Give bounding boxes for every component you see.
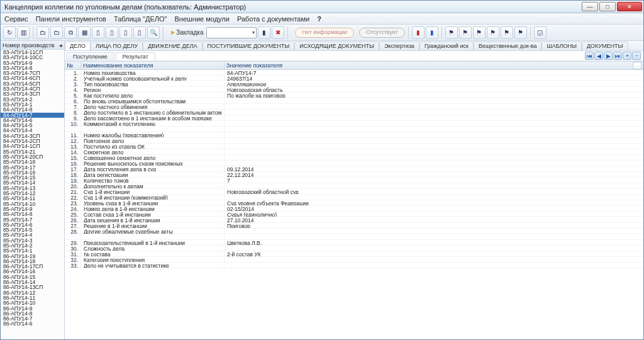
sidebar-item[interactable]: 86-АПУ14-10: [1, 300, 64, 305]
cell-value[interactable]: По жалобе на приговор: [225, 93, 643, 98]
grid-row[interactable]: 26.Дата решения в 1-й инстанции27.10.201…: [65, 217, 643, 223]
sidebar-item[interactable]: 83-АПУ14-9: [1, 60, 64, 65]
sidebar-item[interactable]: 83-АПУ14-7СП: [1, 71, 64, 76]
sidebar-item[interactable]: 85-АПУ14-12: [1, 191, 64, 196]
grid-row[interactable]: 8.Дело поступило в 1 инстанцию с обвинит…: [65, 110, 643, 115]
cell-value[interactable]: [225, 195, 643, 200]
tool-bookmark-save-icon[interactable]: ▮: [258, 26, 270, 39]
sidebar-item[interactable]: 86-АПУ14-18: [1, 259, 64, 264]
sidebar-item[interactable]: 83-АПУ14-1: [1, 102, 64, 107]
cell-value[interactable]: [225, 229, 643, 234]
sidebar-item[interactable]: 85-АПУ14-7: [1, 217, 64, 222]
grid-row[interactable]: 30.Сложность дела: [65, 246, 643, 251]
sidebar-item[interactable]: 85-АПУ14-16: [1, 170, 64, 175]
sidebar-item[interactable]: 84-АПУ14-2СП: [1, 139, 64, 144]
tool-f1-icon[interactable]: ⚑: [445, 26, 458, 39]
cell-value[interactable]: [225, 98, 643, 103]
cell-value[interactable]: 22.12.2014: [225, 172, 643, 177]
grid-row[interactable]: 28.Другие обжалуемые судебные акты: [65, 229, 643, 234]
sidebar-item[interactable]: 86-АПУ14-11: [1, 295, 64, 300]
sidebar-item[interactable]: 85-АПУ14-20СП: [1, 154, 64, 159]
grid-row[interactable]: [65, 234, 643, 240]
cell-value[interactable]: Суд уровня субъекта Федерации: [225, 200, 643, 205]
sidebar-item[interactable]: 84-АПУ14-1СП: [1, 144, 64, 149]
menu-table[interactable]: Таблица "ДЕЛО": [114, 15, 167, 23]
col-header-value[interactable]: Значение показателя …: [225, 62, 643, 69]
cell-value[interactable]: Судья (единолично): [225, 212, 643, 217]
cell-value[interactable]: [225, 138, 643, 143]
cell-value[interactable]: [225, 121, 643, 126]
nav-first-icon[interactable]: ⏮: [585, 52, 594, 60]
tool-bookmark-del-icon[interactable]: ✖: [272, 26, 284, 39]
sidebar-item[interactable]: 84-АПУ14-4: [1, 128, 64, 133]
sidebar-item[interactable]: 85-АПУ14-21: [1, 149, 64, 154]
cell-value[interactable]: Приговор: [225, 223, 643, 228]
sidebar-item[interactable]: 85-АПУ14-14: [1, 180, 64, 185]
tool-folder1-icon[interactable]: 🗀: [36, 26, 49, 39]
tool-f2-icon[interactable]: ⚑: [459, 26, 472, 39]
maximize-button[interactable]: □: [599, 2, 616, 11]
sidebar-item[interactable]: 86-АПУ14-9: [1, 306, 64, 311]
ellipsis-button[interactable]: …: [633, 62, 641, 69]
tool-folder2-icon[interactable]: 🗀: [50, 26, 63, 39]
grid-row[interactable]: 14.Секретное дело: [65, 149, 643, 155]
cell-value[interactable]: 7: [225, 178, 643, 183]
tool-cal-icon[interactable]: ▦: [78, 26, 91, 39]
sidebar-item[interactable]: 83-АПУ14-3СП: [1, 91, 64, 96]
cell-value[interactable]: [225, 110, 643, 115]
grid-row[interactable]: 22.Суд 1-й инстанции (комментарий): [65, 195, 643, 200]
cell-value[interactable]: [225, 161, 643, 166]
cell-value[interactable]: [225, 246, 643, 251]
tool-f5-icon[interactable]: ⚑: [501, 26, 513, 39]
tool-page3-icon[interactable]: ▯: [119, 26, 132, 39]
grid-row[interactable]: 6.По вновь открывшимся обстоятельствам: [65, 98, 643, 104]
tool-find-icon[interactable]: 🔍: [147, 26, 160, 39]
cell-value[interactable]: Апелляционное: [225, 81, 643, 86]
tool-f3-icon[interactable]: ⚑: [473, 26, 486, 39]
grid-row[interactable]: 23.Уровень суда в 1-й инстанцииСуд уровн…: [65, 200, 643, 206]
sidebar-list[interactable]: 83-АПУ14-11СП83-АПУ14-10СС83-АПУ14-983-А…: [1, 50, 64, 339]
grid-row[interactable]: 7.Дело частного обвинения: [65, 104, 643, 110]
sidebar-item[interactable]: 84-АПУ14-5: [1, 123, 64, 128]
sidebar-item[interactable]: 85-АПУ14-6: [1, 222, 64, 227]
cell-value[interactable]: [225, 115, 643, 120]
grid-row[interactable]: 33.Дело не учитывается в статистике: [65, 263, 643, 268]
sidebar-item[interactable]: 85-АПУ14-2: [1, 243, 64, 248]
tab[interactable]: ЛИЦА ПО ДЕЛУ: [91, 42, 143, 50]
sidebar-item[interactable]: 85-АПУ14-11: [1, 196, 64, 201]
grid-row[interactable]: 29.Председательствующий в 1-й инстанцииЦ…: [65, 240, 643, 246]
sidebar-item[interactable]: 83-АПУ14-5СП: [1, 81, 64, 86]
grid-row[interactable]: [65, 127, 643, 132]
sidebar-item[interactable]: 86-АПУ14-19: [1, 254, 64, 259]
cell-value[interactable]: Новгородский областной суд: [225, 189, 643, 194]
sidebar-item[interactable]: 83-АПУ14-2: [1, 97, 64, 102]
sidebar-item[interactable]: 84-АПУ14-3СП: [1, 133, 64, 139]
cell-value[interactable]: [225, 257, 643, 262]
sidebar-item[interactable]: 86-АПУ14-7: [1, 316, 64, 321]
grid-row[interactable]: 5.Как поступило делоПо жалобе на пригово…: [65, 93, 643, 98]
tool-copy-icon[interactable]: ⧉: [64, 26, 77, 39]
cell-value[interactable]: [225, 149, 643, 154]
grid-row[interactable]: 19.Количество томов7: [65, 178, 643, 183]
sidebar-item[interactable]: 83-АПУ14-8: [1, 65, 64, 71]
grid-row[interactable]: 16.Решение выносилось судом присяжных: [65, 161, 643, 166]
grid-row[interactable]: 24.Номер дела в 1-й инстанции02-15/2014: [65, 206, 643, 212]
grid-row[interactable]: 1.Номер производства84-АПУ14-7: [65, 70, 643, 76]
sidebar-item[interactable]: 86-АПУ14-17СП: [1, 264, 64, 269]
col-header-name[interactable]: Наименование показателя: [81, 62, 225, 69]
tool-blue1-icon[interactable]: ▮: [426, 26, 438, 39]
grid-row[interactable]: 17.Дата поступления дела в суд09.12.2014: [65, 166, 643, 172]
bookmark-combo[interactable]: [206, 27, 257, 38]
tool-last-icon[interactable]: ◲: [534, 26, 547, 39]
sidebar-item[interactable]: 83-АПУ14-11СП: [1, 50, 64, 55]
tab[interactable]: ДЕЛО: [65, 42, 91, 50]
sidebar-item[interactable]: 84-АПУ14-8: [1, 107, 64, 112]
tab[interactable]: ДВИЖЕНИЕ ДЕЛА: [143, 42, 202, 50]
tool-f4-icon[interactable]: ⚑: [487, 26, 499, 39]
grid-row[interactable]: 13.Поступило из отдела ОК: [65, 144, 643, 149]
grid-row[interactable]: 32.Категория преступления: [65, 257, 643, 263]
grid-row[interactable]: 9.Дело рассмотрено в 1 инстанции в особо…: [65, 115, 643, 121]
grid-row[interactable]: 15.Совершенно секретное дело: [65, 155, 643, 161]
grid-body[interactable]: 1.Номер производства84-АПУ14-72.Учетный …: [65, 70, 643, 268]
sidebar-item[interactable]: 85-АПУ14-5: [1, 227, 64, 232]
